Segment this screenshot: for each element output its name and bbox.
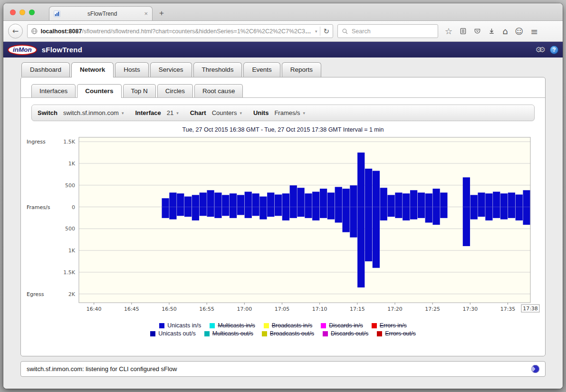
sub-tab-counters[interactable]: Counters — [77, 84, 121, 98]
interface-value: 21 — [167, 109, 173, 116]
svg-text:Egress: Egress — [27, 291, 44, 297]
status-bar: switch.sf.inmon.com: listening for CLI c… — [20, 361, 546, 377]
reload-button[interactable]: ↻ — [323, 27, 329, 36]
svg-text:1K: 1K — [68, 248, 76, 254]
main-tab-thresholds[interactable]: Thresholds — [193, 62, 242, 77]
pocket-icon — [474, 28, 481, 35]
globe-icon — [31, 28, 38, 35]
status-text: switch.sf.inmon.com: listening for CLI c… — [27, 365, 177, 373]
app-title: sFlowTrend — [42, 46, 82, 54]
legend-item-errors-in-s[interactable]: Errors in/s — [372, 322, 407, 329]
chart-value: Counters — [212, 109, 237, 116]
chart-label: Chart — [190, 109, 206, 116]
bookmarks-list-button[interactable] — [460, 28, 467, 35]
legend-item-broadcasts-out-s[interactable]: Broadcasts out/s — [262, 330, 314, 337]
legend-item-multicasts-out-s[interactable]: Multicasts out/s — [204, 330, 253, 337]
svg-text:17:38: 17:38 — [523, 306, 538, 312]
svg-text:16:40: 16:40 — [86, 306, 102, 312]
svg-text:17:15: 17:15 — [350, 306, 365, 312]
browser-nav-bar: ← localhost:8087/sflowtrend/sflowtrend.h… — [3, 21, 563, 42]
window-close-button[interactable] — [10, 10, 16, 15]
url-bar[interactable]: localhost:8087/sflowtrend/sflowtrend.htm… — [27, 24, 333, 38]
sub-tab-circles[interactable]: Circles — [157, 84, 193, 97]
legend-item-unicasts-in-s[interactable]: Unicasts in/s — [159, 322, 201, 329]
svg-text:17:10: 17:10 — [312, 306, 327, 312]
search-icon — [342, 28, 348, 35]
legend-swatch — [372, 323, 377, 328]
tab-title: sFlowTrend — [64, 10, 141, 17]
legend-swatch — [321, 323, 326, 328]
window-minimize-button[interactable] — [19, 10, 25, 15]
main-tab-services[interactable]: Services — [150, 62, 192, 77]
legend-label: Unicasts out/s — [158, 330, 196, 337]
legend-item-discards-in-s[interactable]: Discards in/s — [321, 322, 363, 329]
url-dropdown-caret-icon[interactable]: ▾ — [315, 29, 317, 34]
pocket-button[interactable] — [474, 28, 481, 35]
legend-item-unicasts-out-s[interactable]: Unicasts out/s — [150, 330, 196, 337]
chart-title: Tue, 27 Oct 2015 16:38 GMT - Tue, 27 Oct… — [21, 126, 545, 133]
svg-text:17:25: 17:25 — [425, 306, 440, 312]
new-tab-button[interactable]: + — [159, 9, 164, 17]
share-smiley-button[interactable]: ☺ — [515, 27, 524, 36]
download-icon — [488, 28, 495, 35]
legend-row-2: Unicasts out/sMulticasts out/sBroadcasts… — [150, 330, 416, 337]
units-select[interactable]: Frames/s▾ — [272, 108, 307, 118]
svg-text:2K: 2K — [68, 291, 76, 297]
svg-text:16:55: 16:55 — [199, 306, 214, 312]
svg-text:1.5K: 1.5K — [63, 269, 75, 276]
legend-label: Discards in/s — [329, 322, 363, 329]
units-value: Frames/s — [274, 109, 300, 116]
interface-label: Interface — [135, 109, 161, 116]
main-tab-dashboard[interactable]: Dashboard — [21, 62, 70, 77]
bookmark-star-button[interactable]: ☆ — [445, 26, 452, 36]
menu-button[interactable]: ≡ — [530, 26, 538, 37]
svg-text:Frames/s: Frames/s — [27, 204, 50, 210]
sub-tab-interfaces[interactable]: Interfaces — [31, 84, 76, 97]
svg-text:500: 500 — [65, 182, 75, 189]
back-button[interactable]: ← — [8, 24, 23, 38]
inmon-logo: inMon — [8, 45, 37, 55]
tab-close-button[interactable]: × — [144, 10, 148, 17]
search-placeholder: Search — [352, 28, 371, 35]
downloads-button[interactable] — [488, 28, 495, 35]
switch-select[interactable]: switch.sf.inmon.com▾ — [61, 108, 126, 118]
home-button[interactable]: ⌂ — [502, 26, 508, 36]
counters-chart[interactable]: 1.5K1K50005001K1.5K2K16:4016:4516:5016:5… — [21, 134, 546, 321]
legend-swatch — [204, 331, 210, 336]
svg-text:17:05: 17:05 — [275, 306, 290, 312]
main-tab-network[interactable]: Network — [71, 62, 114, 77]
svg-text:1.5K: 1.5K — [63, 139, 75, 145]
main-tab-events[interactable]: Events — [243, 62, 280, 77]
legend-item-errors-out-s[interactable]: Errors out/s — [377, 330, 416, 337]
svg-text:Ingress: Ingress — [27, 139, 46, 145]
dropdown-caret-icon: ▾ — [303, 111, 306, 115]
switch-label: Switch — [38, 109, 58, 116]
legend-label: Errors in/s — [380, 322, 407, 329]
legend-label: Multicasts out/s — [212, 330, 253, 337]
screen: sFlowTrend × + ← localhost:8087/sflowtre… — [0, 0, 566, 392]
svg-text:17:00: 17:00 — [237, 306, 252, 312]
chart-select[interactable]: Counters▾ — [210, 108, 244, 118]
browser-tab[interactable]: sFlowTrend × — [49, 6, 153, 20]
legend-item-broadcasts-in-s[interactable]: Broadcasts in/s — [264, 322, 312, 329]
legend-item-multicasts-in-s[interactable]: Multicasts in/s — [210, 322, 255, 329]
help-button[interactable]: ? — [550, 46, 558, 54]
svg-text:16:45: 16:45 — [124, 306, 139, 312]
legend-item-discards-out-s[interactable]: Discards out/s — [323, 330, 368, 337]
settings-gears-icon[interactable]: ⚙⚙ — [535, 45, 546, 54]
sub-tab-top-n[interactable]: Top N — [123, 84, 156, 97]
legend-label: Errors out/s — [385, 330, 416, 337]
search-input[interactable]: Search — [337, 24, 438, 38]
legend-label: Broadcasts out/s — [270, 330, 314, 337]
header-actions: ⚙⚙ ? — [535, 45, 558, 54]
dropdown-caret-icon: ▾ — [240, 111, 242, 115]
chart-toolbar: Switchswitch.sf.inmon.com▾Interface21▾Ch… — [31, 105, 535, 121]
sub-tab-root-cause[interactable]: Root cause — [194, 84, 243, 97]
legend-label: Broadcasts in/s — [272, 322, 312, 329]
window-zoom-button[interactable] — [29, 10, 35, 15]
legend-label: Unicasts in/s — [167, 322, 201, 329]
main-tab-reports[interactable]: Reports — [282, 62, 321, 77]
main-tab-hosts[interactable]: Hosts — [115, 62, 149, 77]
connection-pie-icon — [531, 365, 539, 373]
interface-select[interactable]: 21▾ — [165, 108, 181, 118]
